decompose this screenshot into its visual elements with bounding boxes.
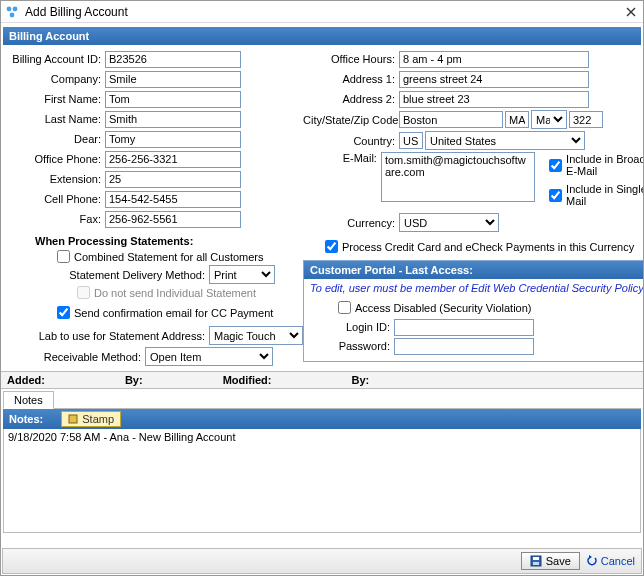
close-button[interactable]	[623, 4, 639, 20]
svg-rect-5	[533, 557, 539, 560]
portal-note: To edit, user must be member of Edit Web…	[304, 279, 644, 297]
receivable-select[interactable]: Open Item	[145, 347, 273, 366]
combined-statement-checkbox[interactable]	[57, 250, 70, 263]
office-phone-label: Office Phone:	[5, 153, 105, 165]
office-phone-input[interactable]	[105, 151, 241, 168]
save-icon	[530, 555, 542, 567]
lab-address-select[interactable]: Magic Touch	[209, 326, 303, 345]
stamp-label: Stamp	[82, 413, 114, 425]
delivery-method-select[interactable]: Print	[209, 265, 275, 284]
delivery-method-label: Statement Delivery Method:	[5, 269, 209, 281]
undo-icon	[586, 555, 598, 567]
country-select[interactable]: United States	[425, 131, 585, 150]
added-by-label: By:	[125, 374, 143, 386]
svg-point-1	[13, 6, 18, 11]
titlebar: Add Billing Account	[1, 1, 643, 23]
password-label: Password:	[322, 340, 394, 352]
modified-label: Modified:	[223, 374, 272, 386]
notes-header: Notes: Stamp	[3, 409, 641, 429]
cancel-label: Cancel	[601, 555, 635, 567]
save-label: Save	[546, 555, 571, 567]
email-label: E-Mail:	[303, 152, 381, 164]
office-hours-label: Office Hours:	[303, 53, 399, 65]
right-column: Office Hours: Address 1: Address 2: City…	[303, 49, 644, 367]
extension-input[interactable]	[105, 171, 241, 188]
last-name-input[interactable]	[105, 111, 241, 128]
billing-account-header: Billing Account	[3, 27, 641, 45]
office-hours-input[interactable]	[399, 51, 589, 68]
fax-label: Fax:	[5, 213, 105, 225]
last-name-label: Last Name:	[5, 113, 105, 125]
left-column: Billing Account ID: Company: First Name:…	[5, 49, 303, 367]
svg-point-0	[7, 6, 12, 11]
state-input[interactable]	[505, 111, 529, 128]
company-input[interactable]	[105, 71, 241, 88]
window-title: Add Billing Account	[25, 5, 623, 19]
stamp-icon	[68, 414, 78, 424]
receivable-label: Receivable Method:	[5, 351, 145, 363]
address2-label: Address 2:	[303, 93, 399, 105]
no-individual-checkbox	[77, 286, 90, 299]
lab-address-label: Lab to use for Statement Address:	[5, 330, 209, 342]
stamp-button[interactable]: Stamp	[61, 411, 121, 427]
save-button[interactable]: Save	[521, 552, 580, 570]
process-cc-checkbox[interactable]	[325, 240, 338, 253]
billing-id-label: Billing Account ID:	[5, 53, 105, 65]
currency-label: Currency:	[303, 217, 399, 229]
send-confirmation-label: Send confirmation email for CC Payment	[74, 307, 273, 319]
billing-id-input[interactable]	[105, 51, 241, 68]
send-confirmation-checkbox[interactable]	[57, 306, 70, 319]
first-name-input[interactable]	[105, 91, 241, 108]
notes-title: Notes:	[9, 413, 43, 425]
address1-label: Address 1:	[303, 73, 399, 85]
login-id-label: Login ID:	[322, 321, 394, 333]
address2-input[interactable]	[399, 91, 589, 108]
include-broadcast-label: Include in Broadcast E-Mail	[566, 153, 644, 177]
combined-statement-label: Combined Statement for all Customers	[74, 251, 264, 263]
extension-label: Extension:	[5, 173, 105, 185]
csz-label: City/State/Zip Code:	[303, 114, 399, 126]
cancel-button[interactable]: Cancel	[586, 555, 635, 567]
footer: Save Cancel	[2, 548, 642, 574]
company-label: Company:	[5, 73, 105, 85]
svg-rect-3	[69, 415, 77, 423]
tabs: Notes	[3, 391, 641, 409]
dear-label: Dear:	[5, 133, 105, 145]
tab-notes[interactable]: Notes	[3, 391, 54, 409]
city-input[interactable]	[399, 111, 503, 128]
customer-portal-panel: Customer Portal - Last Access: To edit, …	[303, 260, 644, 362]
include-single-label: Include in Single E-Mail	[566, 183, 644, 207]
include-single-checkbox[interactable]	[549, 189, 562, 202]
fax-input[interactable]	[105, 211, 241, 228]
processing-header: When Processing Statements:	[35, 235, 303, 247]
country-label: Country:	[303, 135, 399, 147]
country-code-input[interactable]	[399, 132, 423, 149]
zip-input[interactable]	[569, 111, 603, 128]
svg-point-2	[10, 12, 15, 17]
login-id-input[interactable]	[394, 319, 534, 336]
dear-input[interactable]	[105, 131, 241, 148]
meta-bar: Added: By: Modified: By:	[1, 371, 643, 389]
svg-rect-6	[533, 562, 539, 565]
notes-entry: 9/18/2020 7:58 AM - Ana - New Billing Ac…	[8, 431, 636, 443]
currency-select[interactable]: USD	[399, 213, 499, 232]
include-broadcast-checkbox[interactable]	[549, 159, 562, 172]
access-disabled-label: Access Disabled (Security Violation)	[355, 302, 531, 314]
access-disabled-checkbox[interactable]	[338, 301, 351, 314]
form-area: Billing Account ID: Company: First Name:…	[1, 47, 643, 371]
modified-by-label: By:	[352, 374, 370, 386]
added-label: Added:	[7, 374, 45, 386]
cell-phone-label: Cell Phone:	[5, 193, 105, 205]
app-icon	[5, 5, 19, 19]
first-name-label: First Name:	[5, 93, 105, 105]
address1-input[interactable]	[399, 71, 589, 88]
portal-header: Customer Portal - Last Access:	[304, 261, 644, 279]
process-cc-label: Process Credit Card and eCheck Payments …	[342, 241, 634, 253]
state-select[interactable]: Ma:	[531, 110, 567, 129]
password-input[interactable]	[394, 338, 534, 355]
cell-phone-input[interactable]	[105, 191, 241, 208]
no-individual-label: Do not send Individual Statement	[94, 287, 256, 299]
email-input[interactable]	[381, 152, 535, 202]
close-icon	[626, 7, 636, 17]
notes-body[interactable]: 9/18/2020 7:58 AM - Ana - New Billing Ac…	[3, 429, 641, 533]
